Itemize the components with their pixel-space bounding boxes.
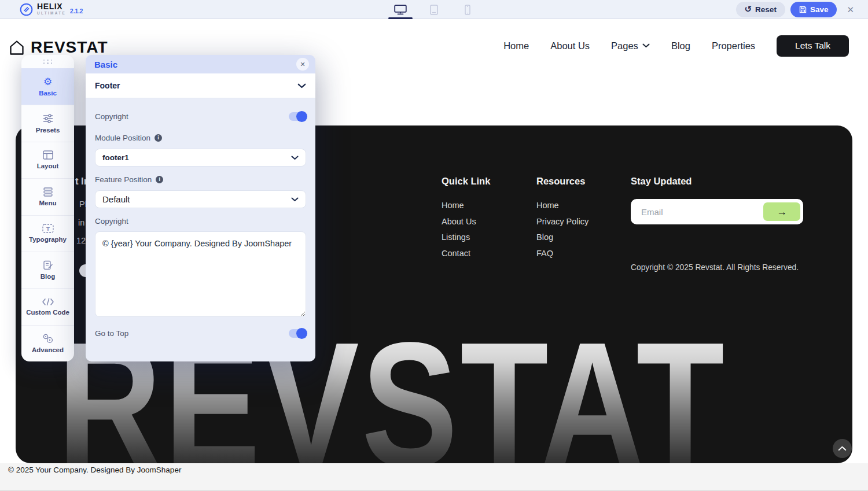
sidebar-item-typography[interactable]: T Typography	[21, 215, 74, 252]
module-position-label-row: Module Position i	[95, 134, 306, 142]
footer-link-home[interactable]: Home	[442, 201, 490, 210]
footer-column-heading: Quick Link	[442, 176, 490, 187]
menu-stack-icon	[43, 187, 53, 197]
info-icon: i	[156, 176, 163, 183]
copyright-toggle-row: Copyright	[95, 110, 306, 122]
tablet-icon	[429, 5, 439, 15]
sidebar-item-basic[interactable]: ⚙ Basic	[21, 68, 74, 105]
copyright-toggle[interactable]	[289, 112, 306, 121]
typography-icon: T	[42, 224, 54, 233]
svg-text:T: T	[46, 226, 50, 232]
layout-icon	[43, 150, 53, 160]
nav-blog[interactable]: Blog	[671, 40, 690, 51]
newsletter-submit-button[interactable]: →	[763, 202, 800, 221]
footer-copyright-text: Copyright © 2025 Revstat. All Rights Res…	[631, 263, 810, 272]
chevron-down-icon	[291, 197, 299, 202]
email-field[interactable]	[631, 199, 758, 224]
device-desktop-button[interactable]	[387, 0, 414, 19]
go-to-top-toggle[interactable]	[289, 329, 306, 338]
basic-settings-panel: Basic ✕ Footer Copyright Module Position…	[86, 55, 315, 361]
helix-template-editor: { "topbar": { "brand": { "name": "HELIX"…	[0, 0, 868, 491]
footer-newsletter-column: Stay Updated	[631, 176, 692, 187]
preview-bottom-strip: © 2025 Your Company. Designed By JoomSha…	[0, 463, 868, 491]
chevron-down-icon	[642, 43, 650, 48]
footer-link-listings[interactable]: Listings	[442, 232, 490, 242]
sidebar-item-layout[interactable]: Layout	[21, 142, 74, 178]
sidebar-item-menu[interactable]: Menu	[21, 178, 74, 215]
newsletter-form: →	[631, 199, 803, 224]
sliders-icon	[43, 113, 53, 124]
code-icon	[42, 298, 54, 306]
panel-header: Basic ✕	[86, 55, 315, 73]
device-preview-switcher	[387, 0, 481, 19]
module-position-select[interactable]: footer1	[95, 149, 306, 167]
site-nav: Home About Us Pages Blog Properties Lets…	[503, 19, 849, 72]
footer-link-home[interactable]: Home	[536, 201, 589, 210]
site-logo-text: REVSTAT	[31, 38, 108, 57]
device-mobile-button[interactable]	[454, 0, 481, 19]
panel-close-icon[interactable]: ✕	[296, 58, 309, 71]
brand-name: HELIX	[37, 2, 66, 10]
helix-logo-icon	[20, 3, 33, 16]
sidebar-item-presets[interactable]: Presets	[21, 105, 74, 141]
footer-section-accordion[interactable]: Footer	[86, 73, 315, 98]
save-button[interactable]: Save	[790, 2, 837, 17]
arrow-right-icon: →	[777, 206, 787, 217]
editor-topbar: HELIX ULTIMATE 2.1.2 ↺ Reset Save ✕	[0, 0, 868, 19]
go-to-top-row: Go to Top	[95, 327, 306, 339]
chevron-down-icon	[297, 83, 306, 88]
feature-position-label-row: Feature Position i	[95, 175, 306, 184]
footer-resources-column: Resources Home Privacy Policy Blog FAQ	[536, 176, 589, 258]
helix-brand: HELIX ULTIMATE 2.1.2	[20, 2, 83, 16]
reset-icon: ↺	[745, 5, 752, 13]
site-logo[interactable]: REVSTAT	[8, 38, 108, 57]
sidebar-item-blog[interactable]: Blog	[21, 252, 74, 288]
close-editor-icon[interactable]: ✕	[847, 5, 854, 14]
panel-body: Copyright Module Position i footer1 Feat…	[86, 98, 315, 361]
nav-about-us[interactable]: About Us	[550, 40, 590, 51]
footer-link-privacy-policy[interactable]: Privacy Policy	[536, 217, 589, 226]
house-icon	[8, 39, 25, 57]
copyright-textarea[interactable]: © {year} Your Company. Designed By JoomS…	[95, 231, 306, 317]
scroll-to-top-button[interactable]	[833, 439, 852, 458]
sidebar-item-advanced[interactable]: Advanced	[21, 325, 74, 361]
footer-link-blog[interactable]: Blog	[536, 232, 589, 242]
footer-quick-link-column: Quick Link Home About Us Listings Contac…	[442, 176, 490, 258]
chevron-down-icon	[291, 156, 299, 160]
info-icon: i	[155, 134, 162, 142]
footer-link-about-us[interactable]: About Us	[442, 217, 490, 226]
footer-column-heading: Resources	[536, 176, 589, 187]
gears-icon	[42, 333, 53, 344]
nav-properties[interactable]: Properties	[712, 40, 755, 51]
footer-column-heading: Stay Updated	[631, 176, 692, 187]
desktop-icon	[394, 5, 407, 15]
brand-tagline: ULTIMATE	[37, 12, 66, 15]
gear-icon: ⚙	[43, 77, 52, 87]
drag-handle[interactable]	[21, 55, 74, 68]
reset-button[interactable]: ↺ Reset	[736, 2, 785, 17]
copyright-field-label-row: Copyright	[95, 217, 306, 226]
site-bottom-copyright: © 2025 Your Company. Designed By JoomSha…	[8, 466, 181, 474]
save-floppy-icon	[799, 6, 807, 13]
nav-home[interactable]: Home	[503, 40, 529, 51]
sidebar-item-custom-code[interactable]: Custom Code	[21, 288, 74, 324]
topbar-actions: ↺ Reset Save ✕	[736, 2, 854, 17]
chevron-up-icon	[838, 446, 847, 451]
feature-position-select[interactable]: Default	[95, 190, 306, 208]
panel-title: Basic	[94, 60, 117, 69]
editor-sidebar: ⚙ Basic Presets Layout Menu T Typography…	[21, 55, 74, 361]
occluded-contact-line: in	[78, 218, 84, 227]
brand-version: 2.1.2	[70, 8, 83, 14]
mobile-icon	[464, 5, 472, 15]
footer-link-contact[interactable]: Contact	[442, 249, 490, 258]
lets-talk-button[interactable]: Lets Talk	[777, 35, 849, 57]
occluded-contact-line: 12	[76, 236, 86, 245]
blog-icon	[43, 260, 53, 270]
footer-link-faq[interactable]: FAQ	[536, 249, 589, 258]
nav-pages[interactable]: Pages	[611, 40, 650, 51]
device-tablet-button[interactable]	[421, 0, 447, 19]
